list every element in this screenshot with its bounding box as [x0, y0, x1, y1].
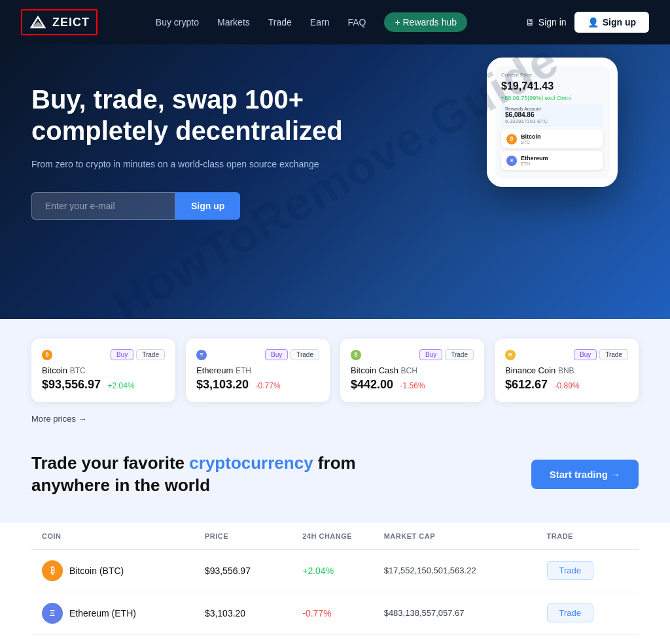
table-trade-cell: Trade — [547, 603, 628, 622]
card-icon-eth: Ξ — [196, 350, 207, 360]
table-header-market-cap: MARKET CAP — [384, 532, 547, 540]
price-card-btc: ₿ Buy Trade Bitcoin BTC $93,556.97 +2.04… — [31, 339, 175, 402]
card-price-btc: $93,556.97 +2.04% — [42, 378, 165, 392]
hero-content: Buy, trade, swap 100+ completely decentr… — [31, 84, 345, 220]
table-header-24h-change: 24H CHANGE — [302, 532, 383, 540]
hero-headline: Buy, trade, swap 100+ completely decentr… — [31, 84, 345, 146]
table-market-cap: $17,552,150,501,563.22 — [384, 566, 547, 575]
table-coin-name: Bitcoin (BTC) — [69, 566, 124, 576]
more-prices-link[interactable]: More prices → — [31, 414, 87, 424]
monitor-icon: 🖥 — [525, 17, 535, 27]
hero-subtext: From zero to crypto in minutes on a worl… — [31, 157, 345, 171]
price-card-bch: ₿ Buy Trade Bitcoin Cash BCH $442.00 -1.… — [340, 339, 484, 402]
trade-heading-plain: Trade your favorite — [31, 453, 189, 473]
nav-markets[interactable]: Markets — [217, 17, 250, 27]
signin-button[interactable]: 🖥 Sign in — [525, 17, 567, 27]
card-name-bch: Bitcoin Cash BCH — [351, 365, 474, 375]
card-trade-btn-btc[interactable]: Trade — [136, 349, 165, 360]
card-icon-btc: ₿ — [42, 350, 52, 360]
table-coin-icon: ₿ — [42, 560, 63, 581]
nav-links: Buy crypto Markets Trade Earn FAQ + Rewa… — [156, 12, 467, 32]
nav-faq[interactable]: FAQ — [347, 17, 366, 27]
user-icon: 👤 — [588, 17, 599, 27]
nav-earn[interactable]: Earn — [310, 17, 330, 27]
card-price-eth: $3,103.20 -0.77% — [196, 378, 319, 392]
table-market-cap: $483,138,557,057.67 — [384, 608, 547, 618]
table-price: $3,103.20 — [205, 608, 302, 619]
table-row: Ξ Ethereum (ETH) $3,103.20 -0.77% $483,1… — [31, 592, 639, 635]
trade-cta-section: Trade your favorite cryptocurrency from … — [0, 452, 670, 523]
card-trade-btn-bch[interactable]: Trade — [445, 349, 474, 360]
phone-rewards-value: $6,084.86 — [505, 111, 599, 118]
phone-rewards-label: Rewards Account — [505, 107, 599, 111]
phone-change: +88.06.75(99%) excl Omni — [501, 95, 603, 101]
price-card-eth: Ξ Buy Trade Ethereum ETH $3,103.20 -0.77… — [186, 339, 330, 402]
btc-coin-icon: ₿ — [506, 134, 517, 144]
btc-info: Bitcoin BTC — [521, 133, 541, 144]
card-buy-btn-bch[interactable]: Buy — [419, 349, 442, 360]
phone-price: $19,741.43 — [501, 80, 603, 92]
start-trading-button[interactable]: Start trading → — [531, 460, 639, 489]
card-trade-btn-bnb[interactable]: Trade — [599, 349, 628, 360]
table-coin-cell: Ξ Ethereum (ETH) — [42, 603, 205, 624]
table-header-trade: TRADE — [547, 532, 628, 540]
trade-heading-highlight: cryptocurrency — [189, 453, 313, 473]
card-buy-btn-btc[interactable]: Buy — [111, 349, 133, 360]
table-coin-name: Ethereum (ETH) — [69, 608, 136, 619]
eth-info: Ethereum ETH — [521, 155, 548, 166]
phone-btc-card: ₿ Bitcoin BTC — [501, 129, 603, 148]
navbar: ZEICT Buy crypto Markets Trade Earn FAQ … — [0, 0, 670, 44]
phone-eth-card: Ξ Ethereum ETH — [501, 151, 603, 170]
table-header-coin: COIN — [42, 532, 205, 540]
trade-heading: Trade your favorite cryptocurrency from … — [31, 452, 359, 497]
table-trade-cell: Trade — [547, 561, 628, 580]
card-price-bch: $442.00 -1.56% — [351, 378, 474, 392]
nav-trade[interactable]: Trade — [268, 17, 292, 27]
card-trade-btn-eth[interactable]: Trade — [291, 349, 319, 360]
table-change: -0.77% — [302, 608, 383, 619]
phone-rewards-sub: 6.332817391 BTC — [505, 118, 599, 124]
table-change: +2.04% — [302, 566, 383, 576]
price-card-bnb: B Buy Trade Binance Coin BNB $612.67 -0.… — [495, 339, 639, 402]
phone-rewards-card: Rewards Account $6,084.86 6.332817391 BT… — [501, 104, 603, 127]
table-header: COINPRICE24H CHANGEMARKET CAPTRADE — [31, 523, 639, 550]
nav-actions: 🖥 Sign in 👤 Sign up — [525, 12, 649, 33]
card-buy-btn-bnb[interactable]: Buy — [574, 349, 597, 360]
table-header-price: PRICE — [205, 532, 302, 540]
table-trade-button[interactable]: Trade — [547, 561, 593, 580]
logo-text: ZEICT — [52, 16, 90, 29]
card-icon-bnb: B — [505, 350, 516, 360]
logo-icon — [29, 13, 47, 31]
card-buy-btn-eth[interactable]: Buy — [265, 349, 288, 360]
card-name-bnb: Binance Coin BNB — [505, 365, 628, 375]
phone-screen: Current Price $19,741.43 +88.06.75(99%) … — [495, 65, 610, 179]
table-coin-cell: ₿ Bitcoin (BTC) — [42, 560, 205, 581]
table-body: ₿ Bitcoin (BTC) $93,556.97 +2.04% $17,55… — [31, 550, 639, 635]
signup-button[interactable]: 👤 Sign up — [574, 12, 649, 33]
hero-signup-button[interactable]: Sign up — [175, 192, 240, 220]
nav-buy-crypto[interactable]: Buy crypto — [156, 17, 199, 27]
table-row: ₿ Bitcoin (BTC) $93,556.97 +2.04% $17,55… — [31, 550, 639, 592]
phone-mockup: Current Price $19,741.43 +88.06.75(99%) … — [487, 58, 618, 187]
price-cards-section: ₿ Buy Trade Bitcoin BTC $93,556.97 +2.04… — [0, 319, 670, 452]
phone-current-price-label: Current Price — [501, 72, 603, 78]
rewards-hub-button[interactable]: + Rewards hub — [384, 12, 467, 32]
card-icon-bch: ₿ — [351, 350, 361, 360]
crypto-table-section: COINPRICE24H CHANGEMARKET CAPTRADE ₿ Bit… — [0, 523, 670, 644]
email-input[interactable] — [31, 192, 175, 220]
table-trade-button[interactable]: Trade — [547, 603, 593, 622]
eth-coin-icon: Ξ — [506, 156, 517, 166]
card-name-btc: Bitcoin BTC — [42, 365, 165, 375]
hero-section: Buy, trade, swap 100+ completely decentr… — [0, 44, 670, 319]
price-cards-container: ₿ Buy Trade Bitcoin BTC $93,556.97 +2.04… — [31, 339, 639, 402]
card-name-eth: Ethereum ETH — [196, 365, 319, 375]
hero-form: Sign up — [31, 192, 345, 220]
table-coin-icon: Ξ — [42, 603, 63, 624]
table-price: $93,556.97 — [205, 566, 302, 576]
logo[interactable]: ZEICT — [21, 9, 97, 35]
card-price-bnb: $612.67 -0.89% — [505, 378, 628, 392]
